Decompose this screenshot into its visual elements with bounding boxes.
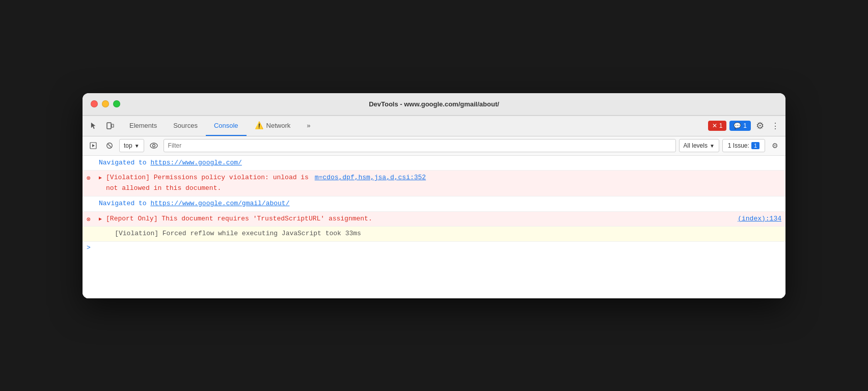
error-source-link-1[interactable]: m=cdos,dpf,hsm,jsa,d,csi:352	[315, 173, 426, 183]
error-icon-1: ⊗	[87, 174, 91, 184]
navigate-link-1[interactable]: https://www.google.com/	[150, 158, 241, 169]
network-warning-icon: ⚠️	[255, 121, 263, 129]
error-badge-button[interactable]: ✕ 1	[708, 121, 727, 131]
tab-console[interactable]: Console	[206, 116, 247, 136]
message-badge-button[interactable]: 💬 1	[729, 121, 751, 131]
window-title: DevTools - www.google.com/gmail/about/	[369, 100, 499, 108]
run-button[interactable]	[87, 139, 100, 152]
console-navigate-line-1: Navigated to https://www.google.com/	[83, 156, 785, 171]
expand-arrow-1[interactable]: ▶	[99, 174, 102, 182]
chevron-down-icon: ▼	[134, 143, 140, 149]
context-selector[interactable]: top ▼	[119, 139, 144, 152]
navigate-link-2[interactable]: https://www.google.com/gmail/about/	[150, 199, 289, 209]
inspect-element-button[interactable]	[87, 119, 101, 133]
filter-input[interactable]	[164, 139, 676, 152]
console-cursor-line[interactable]: >	[83, 242, 785, 254]
violation-text: [Violation] Forced reflow while executin…	[99, 229, 361, 239]
svg-point-7	[152, 145, 155, 147]
tabs-list: Elements Sources Console ⚠️ Network »	[121, 116, 708, 136]
more-options-button[interactable]: ⋮	[769, 119, 781, 133]
close-button[interactable]	[91, 100, 98, 107]
console-error-line-1: ⊗ ▶ [Violation] Permissions policy viola…	[83, 171, 785, 197]
clear-button[interactable]	[103, 139, 116, 152]
console-output: Navigated to https://www.google.com/ ⊗ ▶…	[83, 156, 785, 298]
tab-elements[interactable]: Elements	[121, 116, 165, 136]
settings-button[interactable]: ⚙	[754, 118, 766, 133]
error-source-link-2[interactable]: (index):134	[738, 214, 781, 225]
tab-network[interactable]: ⚠️ Network	[247, 116, 299, 136]
error-icon-2: ⊗	[87, 215, 91, 226]
minimize-button[interactable]	[102, 100, 109, 107]
maximize-button[interactable]	[113, 100, 120, 107]
console-toolbar: top ▼ All levels ▼ 1 Issue: 1 ⚙	[83, 136, 785, 156]
eye-button[interactable]	[147, 139, 160, 152]
chevron-down-icon: ▼	[710, 143, 715, 149]
issue-count-badge: 1	[751, 142, 760, 149]
tab-more[interactable]: »	[299, 116, 318, 136]
levels-selector[interactable]: All levels ▼	[679, 139, 719, 152]
console-error-line-2: ⊗ ▶ [Report Only] This document requires…	[83, 212, 785, 227]
devtools-window: DevTools - www.google.com/gmail/about/	[83, 93, 785, 298]
tab-sources[interactable]: Sources	[165, 116, 206, 136]
svg-rect-1	[112, 124, 114, 127]
tabs-right: ✕ 1 💬 1 ⚙ ⋮	[708, 118, 781, 133]
devtools-body: Elements Sources Console ⚠️ Network »	[83, 116, 785, 298]
expand-arrow-2[interactable]: ▶	[99, 215, 102, 224]
console-navigate-line-2: Navigated to https://www.google.com/gmai…	[83, 197, 785, 212]
svg-point-6	[150, 143, 157, 148]
message-icon: 💬	[734, 122, 741, 129]
svg-rect-0	[107, 123, 111, 129]
svg-line-5	[108, 144, 112, 148]
navigate-text-2: Navigated to	[99, 199, 150, 209]
tab-icons	[87, 119, 117, 133]
console-settings-button[interactable]: ⚙	[768, 139, 781, 152]
console-violation-line: [Violation] Forced reflow while executin…	[83, 227, 785, 242]
error-x-icon: ✕	[712, 122, 717, 129]
issue-badge[interactable]: 1 Issue: 1	[722, 139, 765, 152]
navigate-text-1: Navigated to	[99, 158, 150, 169]
titlebar: DevTools - www.google.com/gmail/about/	[83, 93, 785, 116]
device-toggle-button[interactable]	[103, 119, 117, 133]
traffic-lights	[91, 100, 120, 107]
svg-marker-3	[92, 144, 95, 147]
tabs-bar: Elements Sources Console ⚠️ Network »	[83, 116, 785, 136]
